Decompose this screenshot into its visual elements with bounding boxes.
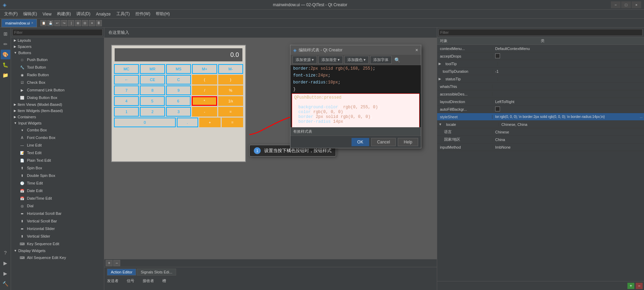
autofill-checkbox[interactable] — [495, 107, 500, 111]
btn-back[interactable]: ← — [114, 75, 139, 84]
prop-autofill-bg[interactable]: autoFillBackgr... — [437, 106, 644, 113]
btn-div[interactable]: / — [192, 86, 217, 95]
remove-property-button[interactable]: − — [636, 283, 643, 289]
btn-7[interactable]: 7 — [114, 86, 139, 95]
item-radio-button[interactable]: ◉ Radio Button — [11, 71, 104, 79]
btn-1[interactable]: 1 — [114, 107, 139, 117]
item-abi-sequence[interactable]: ⌨ AbI Sequence Edit Key — [11, 254, 104, 261]
item-date-edit[interactable]: 📅 Date Edit — [11, 187, 104, 194]
item-v-slider[interactable]: ⬍ Vertical Slider — [11, 232, 104, 240]
btn-0[interactable]: 0 — [114, 118, 176, 127]
btn-mplus[interactable]: M+ — [192, 64, 217, 74]
tab-mainwindow-ui[interactable]: mainwindow.ui × — [1, 19, 37, 27]
item-h-scroll[interactable]: ⬌ Horizontal Scroll Bar — [11, 210, 104, 217]
btn-equals[interactable]: = — [218, 107, 243, 117]
item-dialog-button-box[interactable]: ⬜ Dialog Button Box — [11, 94, 104, 101]
section-input-widgets[interactable]: ▼ Input Widgets — [11, 120, 104, 126]
btn-5[interactable]: 5 — [140, 96, 165, 106]
activity-debug[interactable]: 🐛 — [1, 60, 10, 70]
item-check-box[interactable]: ☑ Check Box — [11, 79, 104, 86]
activity-play[interactable]: ▶ — [1, 269, 10, 278]
close-button[interactable]: × — [632, 1, 641, 8]
prop-locale[interactable]: ▼ locale Chinese, China — [437, 121, 644, 128]
section-layouts[interactable]: ▶ Layouts — [11, 37, 104, 43]
activity-design[interactable]: 🎨 — [1, 50, 10, 59]
prop-tooltip-duration[interactable]: toolTipDuration -1 — [437, 68, 644, 75]
item-dial[interactable]: ◎ Dial — [11, 202, 104, 210]
item-key-sequence-edit[interactable]: ⌨ Key Sequence Edit — [11, 240, 104, 248]
item-push-button[interactable]: □ Push Button — [11, 56, 104, 63]
menu-view[interactable]: View — [40, 11, 54, 18]
btn-4[interactable]: 4 — [114, 96, 139, 106]
add-button[interactable]: + — [106, 260, 113, 266]
toolbar-icon-9[interactable]: ≣ — [96, 20, 102, 26]
section-containers[interactable]: ▶ Containers — [11, 114, 104, 120]
toolbar-icon-6[interactable]: ⊞ — [75, 20, 81, 26]
accept-drops-checkbox[interactable] — [495, 53, 500, 58]
btn-mminus[interactable]: M- — [218, 64, 243, 74]
item-line-edit[interactable]: — Line Edit — [11, 141, 104, 149]
stylesheet-edit-icon[interactable]: ... — [638, 115, 644, 119]
section-spacers[interactable]: ▶ Spacers — [11, 43, 104, 50]
btn-2[interactable]: 2 — [140, 107, 165, 117]
menu-widgets[interactable]: 控件(W) — [133, 10, 153, 18]
item-font-combo-box[interactable]: A Font Combo Box — [11, 134, 104, 141]
design-canvas[interactable]: 在这里输入 0.0 MC MR MS M+ M- — [104, 28, 437, 290]
btn-mc[interactable]: MC — [114, 64, 139, 74]
activity-welcome[interactable]: ⊞ — [1, 29, 10, 39]
item-time-edit[interactable]: 🕐 Time Edit — [11, 179, 104, 187]
minus-button[interactable]: − — [113, 260, 120, 266]
tab-signals-slots[interactable]: Signals Slots Edi... — [137, 269, 176, 276]
item-text-edit[interactable]: 📝 Text Edit — [11, 149, 104, 157]
widget-filter-input[interactable] — [12, 29, 103, 36]
btn-c[interactable]: C — [166, 75, 191, 84]
prop-status-tip-arrow[interactable]: ▶ — [437, 77, 443, 81]
btn-percent[interactable]: % — [218, 86, 243, 95]
btn-9[interactable]: 9 — [166, 86, 191, 95]
menu-file[interactable]: 文件(F) — [1, 10, 20, 18]
item-v-scroll[interactable]: ⬍ Vertical Scroll Bar — [11, 217, 104, 225]
right-filter-input[interactable] — [439, 29, 643, 36]
section-item-views[interactable]: ▶ Item Views (Model-Based) — [11, 101, 104, 108]
menu-debug[interactable]: 调试(D) — [74, 10, 93, 18]
btn-6[interactable]: 6 — [166, 96, 191, 106]
toolbar-icon-2[interactable]: 💾 — [47, 20, 54, 26]
prop-accessible-des[interactable]: accessibleDes... — [437, 90, 644, 98]
btn-eq2[interactable]: = — [222, 118, 243, 127]
btn-lparen[interactable]: ( — [192, 75, 217, 84]
menu-build[interactable]: 构建(B) — [54, 10, 74, 18]
prop-context-menu[interactable]: contextMenu... DefaultContextMenu — [437, 45, 644, 52]
toolbar-icon-1[interactable]: 📋 — [40, 20, 47, 26]
section-buttons[interactable]: ▼ Buttons — [11, 50, 104, 56]
prop-tooltip[interactable]: ▶ toolTip — [437, 60, 644, 68]
btn-inv[interactable]: 1/x — [218, 96, 243, 106]
activity-debug2[interactable]: ▶ — [1, 258, 10, 268]
toolbar-icon-3[interactable]: ↩ — [54, 20, 60, 26]
prop-status-tip[interactable]: ▶ statusTip — [437, 75, 644, 83]
tab-action-editor[interactable]: Action Editor — [107, 269, 136, 276]
prop-language[interactable]: 语言 Chinese — [437, 128, 644, 136]
toolbar-icon-8[interactable]: ≡ — [89, 20, 95, 26]
menu-analyze[interactable]: Analyze — [93, 11, 114, 18]
item-combo-box[interactable]: ▾ Combo Box — [11, 126, 104, 134]
btn-8[interactable]: 8 — [140, 86, 165, 95]
btn-plus[interactable]: + — [199, 118, 221, 127]
btn-ce[interactable]: CE — [140, 75, 165, 84]
menu-tools[interactable]: 工具(T) — [114, 10, 133, 18]
activity-build[interactable]: 🔨 — [1, 279, 10, 289]
prop-accept-drops[interactable]: acceptDrops — [437, 52, 644, 60]
add-property-button[interactable]: + — [627, 283, 634, 289]
activity-help[interactable]: ? — [1, 248, 10, 258]
item-datetime-edit[interactable]: 📅 Date/Time Edit — [11, 194, 104, 202]
section-item-widgets[interactable]: ▶ Item Widgets (Item-Based) — [11, 108, 104, 114]
prop-layout-direction[interactable]: layoutDirection LeftToRight — [437, 98, 644, 106]
activity-project[interactable]: 📁 — [1, 70, 10, 80]
prop-input-method[interactable]: inputMethod ImbNone — [437, 143, 644, 151]
item-spin-box[interactable]: ⬆ Spin Box — [11, 164, 104, 172]
prop-whats-this[interactable]: whatsThis — [437, 83, 644, 90]
toolbar-icon-5[interactable]: | — [68, 20, 74, 26]
btn-dot[interactable]: . — [177, 118, 198, 127]
prop-locale-arrow[interactable]: ▼ — [437, 122, 443, 126]
activity-edit[interactable]: ✏ — [1, 39, 10, 49]
item-tool-button[interactable]: 🔧 Tool Button — [11, 63, 104, 71]
